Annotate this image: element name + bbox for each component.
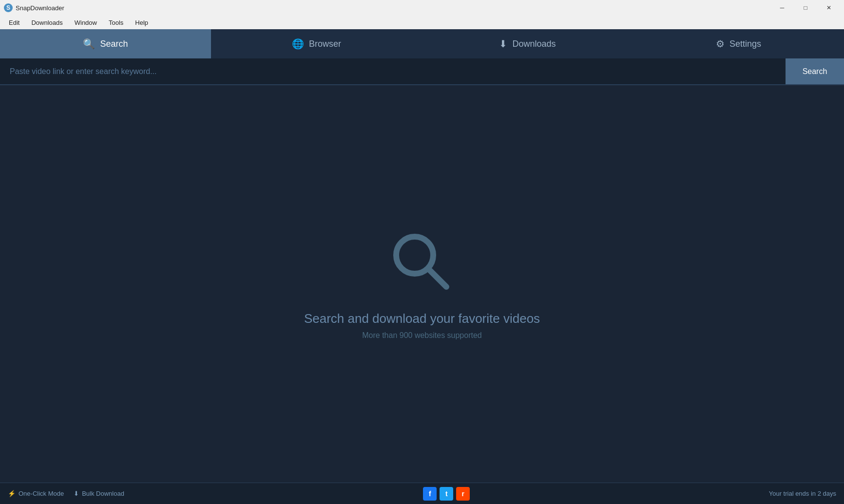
search-tab-label: Search <box>100 39 128 49</box>
bulk-download-button[interactable]: ⬇ Bulk Download <box>74 490 124 497</box>
app-logo-icon: S <box>4 3 13 12</box>
svg-line-3 <box>428 269 446 287</box>
window-controls: ─ □ ✕ <box>771 0 840 16</box>
tab-downloads[interactable]: ⬇ Downloads <box>422 29 633 58</box>
search-button[interactable]: Search <box>786 58 844 84</box>
browser-tab-label: Browser <box>309 39 341 49</box>
twitter-button[interactable]: t <box>440 487 453 501</box>
one-click-label: One-Click Mode <box>19 490 64 497</box>
maximize-button[interactable]: □ <box>794 0 817 16</box>
settings-tab-icon: ⚙ <box>716 38 725 50</box>
reddit-button[interactable]: r <box>456 487 470 501</box>
one-click-mode-button[interactable]: ⚡ One-Click Mode <box>8 490 64 497</box>
search-tab-icon: 🔍 <box>83 38 95 50</box>
menu-tools[interactable]: Tools <box>104 18 128 27</box>
search-input[interactable] <box>0 58 786 84</box>
bulk-download-label: Bulk Download <box>82 490 124 497</box>
menu-window[interactable]: Window <box>70 18 102 27</box>
title-bar: S SnapDownloader ─ □ ✕ <box>0 0 844 16</box>
footer-social: f t r <box>423 487 470 501</box>
minimize-button[interactable]: ─ <box>771 0 793 16</box>
search-illustration-icon <box>388 228 456 297</box>
trial-text: Your trial ends in 2 days <box>769 490 836 497</box>
main-subheading: More than 900 websites supported <box>362 331 481 340</box>
tab-settings[interactable]: ⚙ Settings <box>633 29 844 58</box>
downloads-tab-label: Downloads <box>512 39 556 49</box>
facebook-button[interactable]: f <box>423 487 437 501</box>
footer-left: ⚡ One-Click Mode ⬇ Bulk Download <box>8 490 124 497</box>
bulk-download-icon: ⬇ <box>74 490 79 497</box>
search-bar: Search <box>0 58 844 85</box>
main-heading: Search and download your favorite videos <box>304 311 540 326</box>
menu-downloads[interactable]: Downloads <box>26 18 67 27</box>
menu-edit[interactable]: Edit <box>4 18 24 27</box>
title-left: S SnapDownloader <box>4 3 64 12</box>
settings-tab-label: Settings <box>729 39 761 49</box>
menu-help[interactable]: Help <box>130 18 153 27</box>
browser-tab-icon: 🌐 <box>292 38 304 50</box>
app-title: SnapDownloader <box>16 4 64 12</box>
one-click-icon: ⚡ <box>8 490 16 497</box>
close-button[interactable]: ✕ <box>818 0 840 16</box>
main-content: Search and download your favorite videos… <box>0 85 844 483</box>
downloads-tab-icon: ⬇ <box>499 38 507 50</box>
tab-search[interactable]: 🔍 Search <box>0 29 211 58</box>
tab-browser[interactable]: 🌐 Browser <box>211 29 422 58</box>
nav-tabs: 🔍 Search 🌐 Browser ⬇ Downloads ⚙ Setting… <box>0 29 844 58</box>
svg-text:S: S <box>6 4 10 11</box>
menu-bar: Edit Downloads Window Tools Help <box>0 16 844 29</box>
footer: ⚡ One-Click Mode ⬇ Bulk Download f t r Y… <box>0 483 844 504</box>
